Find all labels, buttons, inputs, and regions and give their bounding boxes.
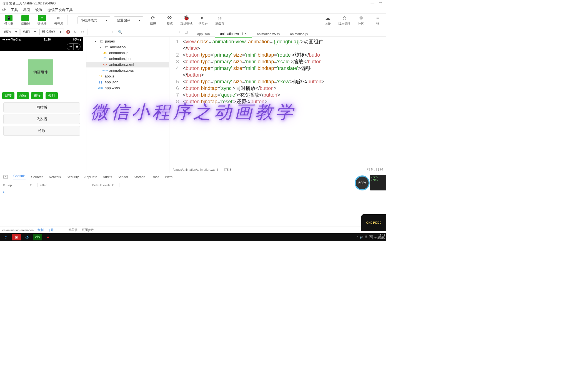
toolbar-button[interactable]: 🐞真机调试 bbox=[179, 15, 193, 26]
menu-item[interactable]: 工具 bbox=[11, 7, 18, 12]
devtools-tab[interactable]: Sensor bbox=[118, 175, 128, 179]
devtools-tab[interactable]: Storage bbox=[134, 175, 146, 179]
menu-item[interactable]: 界面 bbox=[23, 7, 30, 12]
search-icon[interactable]: 🔍 bbox=[117, 29, 123, 35]
devtools-tab[interactable]: Trace bbox=[151, 175, 159, 179]
menu-item[interactable]: 微信开发者工具 bbox=[47, 7, 73, 12]
minimize-button[interactable]: — bbox=[369, 1, 376, 6]
toolbar-button[interactable]: ⇤切后台 bbox=[196, 15, 210, 26]
toolbar-icon: ⇤ bbox=[199, 15, 207, 21]
net-speed-widget[interactable]: ↑ 0K/s ↓ 0K/s bbox=[370, 175, 386, 190]
tree-file[interactable]: JSapp.js bbox=[86, 73, 169, 79]
context-dropdown[interactable]: top ▾ bbox=[7, 183, 37, 187]
toolbar-button[interactable]: 📱模拟器 bbox=[2, 15, 16, 26]
editor-status-bar: /pages/animation/animation.wxml 475 B 行 … bbox=[169, 166, 386, 173]
sim-mini-button[interactable]: 缩放 bbox=[17, 92, 29, 99]
toolbar-icon: 📱 bbox=[5, 15, 12, 21]
toolbar-label: 编辑器 bbox=[21, 22, 30, 26]
sim-mini-button[interactable]: 旋转 bbox=[2, 92, 14, 99]
phone-nav-bar: ⋯ ◉ bbox=[0, 42, 83, 51]
tree-file[interactable]: < >animation.wxml bbox=[86, 62, 169, 67]
inspect-icon[interactable]: ↖ bbox=[3, 175, 8, 179]
devtools-tab[interactable]: Console bbox=[13, 174, 26, 180]
toolbar-button[interactable]: ☺社区 bbox=[354, 15, 368, 26]
editor-tab[interactable]: animation.wxml× bbox=[215, 30, 252, 38]
toolbar-button[interactable]: ≡详 bbox=[371, 15, 385, 26]
tree-file[interactable]: { }animation.json bbox=[86, 56, 169, 62]
close-icon[interactable]: × bbox=[245, 32, 247, 36]
taskbar-app[interactable]: e bbox=[1, 234, 11, 240]
toolbar-button[interactable]: ≡调试器 bbox=[35, 15, 49, 26]
sim-mini-button[interactable]: 偏移 bbox=[31, 92, 43, 99]
taskbar-app[interactable]: ● bbox=[43, 234, 53, 240]
network-dropdown[interactable]: WiFi▾ bbox=[21, 29, 38, 35]
tree-file[interactable]: JSanimation.js bbox=[86, 50, 169, 56]
compile-dropdown[interactable]: 普通编译▾ bbox=[114, 16, 143, 24]
toolbar-button[interactable]: ☁上传 bbox=[321, 15, 335, 26]
devtools-tab[interactable]: Wxml bbox=[165, 175, 173, 179]
toolbar-label: 上传 bbox=[325, 22, 331, 26]
toolbar-icon: ⟳ bbox=[149, 15, 157, 21]
indent-icon[interactable]: ⇥ bbox=[176, 29, 182, 35]
devtools-tab[interactable]: Network bbox=[49, 175, 61, 179]
taskbar-app[interactable]: ◔ bbox=[22, 234, 32, 240]
toolbar-icon: 👁 bbox=[166, 15, 174, 21]
levels-dropdown[interactable]: Default levels ▾ bbox=[92, 183, 119, 187]
tree-file[interactable]: { }app.json bbox=[86, 79, 169, 85]
zoom-dropdown[interactable]: 85%▾ bbox=[2, 29, 19, 35]
filter-input[interactable] bbox=[40, 184, 90, 187]
devtools-tab[interactable]: Sources bbox=[31, 175, 43, 179]
floating-widget[interactable]: ONE PIECE bbox=[361, 214, 386, 231]
toolbar-label: 详 bbox=[376, 22, 379, 26]
taskbar-app[interactable]: ◉ bbox=[12, 234, 21, 240]
devtools-tab[interactable]: Audits bbox=[103, 175, 112, 179]
tree-file[interactable]: wxssapp.wxss bbox=[86, 85, 169, 91]
editor-tab[interactable]: animation.wxss bbox=[252, 30, 285, 38]
editor-tab[interactable]: animation.js bbox=[285, 30, 313, 38]
editor-pane: 1<view class='animation-view' animation=… bbox=[169, 37, 386, 173]
code-editor[interactable]: 1<view class='animation-view' animation=… bbox=[169, 37, 386, 166]
window-title: 信开发者工具 Stable v1.02.1904090 bbox=[2, 1, 56, 6]
menu-item[interactable]: 辑 bbox=[2, 7, 6, 12]
devtools-tab[interactable]: AppData bbox=[84, 175, 97, 179]
split-icon[interactable]: ◫ bbox=[183, 29, 189, 35]
capsule-menu-icon[interactable]: ⋯ bbox=[67, 44, 74, 50]
editor-tab[interactable]: app.json bbox=[192, 30, 215, 38]
tree-file[interactable]: wxssanimation.wxss bbox=[86, 67, 169, 73]
open-link[interactable]: 打开 bbox=[47, 228, 54, 232]
more-icon[interactable]: ⋯ bbox=[169, 29, 175, 35]
mute-icon[interactable]: 🔇 bbox=[65, 29, 71, 35]
tree-folder[interactable]: ▾🗀animation bbox=[86, 44, 169, 50]
toolbar-button[interactable]: 👁预览 bbox=[163, 15, 177, 26]
toolbar-button[interactable]: ∞云开发 bbox=[52, 15, 66, 26]
toolbar-button[interactable]: ≋清缓存 bbox=[213, 15, 227, 26]
toolbar-button[interactable]: ⟳编译 bbox=[146, 15, 160, 26]
sim-full-button[interactable]: 同时播 bbox=[3, 102, 80, 112]
perf-widget[interactable]: 59% bbox=[355, 175, 370, 190]
maximize-button[interactable]: ▢ bbox=[376, 1, 384, 6]
copy-link[interactable]: 复制 bbox=[37, 228, 44, 232]
chevron-down-icon: ▾ bbox=[139, 18, 140, 22]
toolbar-button[interactable]: ⎌版本管理 bbox=[337, 15, 351, 26]
toolbar-icon: ≡ bbox=[38, 15, 46, 21]
taskbar-app[interactable]: </> bbox=[33, 234, 42, 240]
system-tray[interactable]: ^🔊英S 11:17 2019/8/2 bbox=[357, 234, 385, 240]
toolbar-button[interactable]: 编辑器 bbox=[18, 15, 32, 26]
add-icon[interactable]: ＋ bbox=[110, 29, 116, 35]
sim-full-button[interactable]: 还原 bbox=[3, 126, 80, 136]
cut-icon[interactable]: ✂ bbox=[79, 29, 86, 35]
page-params-label: 页面参数 bbox=[82, 228, 94, 232]
tree-folder[interactable]: ▾🗀pages bbox=[86, 38, 169, 44]
clear-icon[interactable]: ⊘ bbox=[3, 183, 5, 187]
sim-full-button[interactable]: 依次播 bbox=[3, 114, 80, 124]
mode-dropdown[interactable]: 小程序模式▾ bbox=[77, 16, 110, 24]
rotate-icon[interactable]: ↻ bbox=[72, 29, 78, 35]
capsule-close-icon[interactable]: ◉ bbox=[74, 44, 80, 50]
file-icon: wxss bbox=[98, 87, 103, 89]
console-body[interactable]: > bbox=[0, 189, 386, 195]
sim-mini-button[interactable]: 倾斜 bbox=[46, 92, 58, 99]
mock-dropdown[interactable]: 模拟操作▾ bbox=[39, 29, 64, 35]
menu-item[interactable]: 设置 bbox=[35, 7, 42, 12]
devtools-tab[interactable]: Security bbox=[67, 175, 79, 179]
windows-taskbar: e ◉ ◔ </> ● ^🔊英S 11:17 2019/8/2 bbox=[0, 233, 386, 241]
